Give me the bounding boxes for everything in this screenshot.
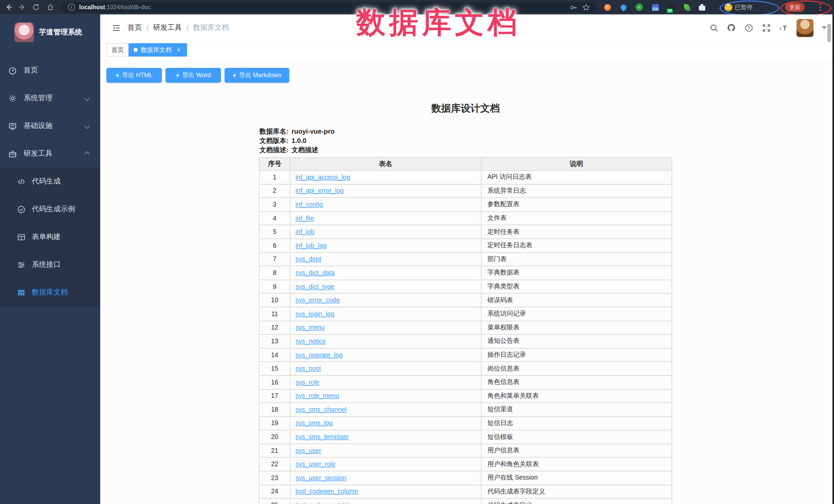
table-row: 21sys_user用户信息表 <box>259 444 672 458</box>
browser-back-icon[interactable] <box>4 3 13 12</box>
row-index: 6 <box>259 239 290 253</box>
table-name-link[interactable]: inf_job <box>295 228 314 236</box>
table-name-link[interactable]: sys_sms_template <box>295 433 349 440</box>
table-name-link[interactable]: inf_config <box>295 201 323 208</box>
site-info-icon[interactable]: i <box>68 4 75 11</box>
active-dot <box>134 48 138 52</box>
table-name-link[interactable]: sys_operate_log <box>295 351 343 358</box>
table-name-link[interactable]: inf_api_error_log <box>295 188 344 195</box>
table-name-link[interactable]: sys_login_log <box>295 310 334 317</box>
user-avatar[interactable] <box>796 19 813 37</box>
font-size-icon[interactable]: tT <box>779 23 788 32</box>
gear-icon <box>8 94 17 103</box>
sidebar-fold-icon[interactable] <box>112 24 121 32</box>
sidebar-item-home[interactable]: 首页 <box>0 57 100 84</box>
breadcrumb-home[interactable]: 首页 <box>128 23 142 32</box>
export-markdown-button[interactable]: + 导出 Markdown <box>224 68 289 83</box>
table-name-link[interactable]: tool_codegen_column <box>295 488 358 495</box>
chevron-down-icon <box>85 95 90 101</box>
svg-text:T: T <box>783 24 787 31</box>
table-name-link[interactable]: sys_user <box>295 447 321 454</box>
address-bar[interactable]: i localhost:1024/tool/db-doc <box>61 2 597 12</box>
breadcrumb-devtools[interactable]: 研发工具 <box>153 23 182 32</box>
github-icon[interactable] <box>727 23 736 32</box>
table-row: 25tool_codegen_table代码生成表定义 <box>259 499 672 504</box>
row-description: 部门表 <box>481 253 672 266</box>
sidebar-item-form-builder[interactable]: 表单构建 <box>0 223 100 251</box>
tables-overview-table: 序号 表名 说明 1inf_api_access_logAPI 访问日志表2in… <box>259 157 672 504</box>
table-name-link[interactable]: sys_sms_channel <box>295 406 347 413</box>
table-row: 17sys_role_menu角色和菜单关联表 <box>259 389 672 403</box>
emoji-face-icon <box>725 3 732 11</box>
tag-db-doc[interactable]: 数据库文档 × <box>129 43 187 57</box>
table-name-link[interactable]: tool_codegen_table <box>295 502 351 504</box>
row-description: 代码生成表定义 <box>481 499 672 504</box>
table-name-link[interactable]: sys_sms_log <box>295 420 333 427</box>
password-key-icon[interactable] <box>569 3 577 11</box>
row-description: 用户和角色关联表 <box>481 458 672 471</box>
tag-home[interactable]: 首页 <box>106 43 129 57</box>
table-name-link[interactable]: inf_file <box>295 215 314 222</box>
scrollbar-thumb[interactable] <box>827 24 831 42</box>
table-icon <box>17 288 26 297</box>
fullscreen-icon[interactable] <box>762 23 771 32</box>
search-icon[interactable] <box>709 23 718 32</box>
table-row: 15sys_post岗位信息表 <box>259 362 672 375</box>
browser-forward-icon[interactable] <box>18 3 27 12</box>
tag-close-icon[interactable]: × <box>175 46 182 53</box>
row-index: 4 <box>259 212 290 225</box>
bookmark-star-icon[interactable] <box>582 3 590 11</box>
table-name-link[interactable]: sys_error_code <box>295 297 340 304</box>
badge-check-icon <box>17 205 26 214</box>
app-logo-row[interactable]: 芋道管理系统 <box>0 19 100 46</box>
sidebar-item-codegen-example[interactable]: 代码生成示例 <box>0 195 100 223</box>
browser-home-icon[interactable] <box>46 3 55 12</box>
table-name-link[interactable]: sys_notice <box>295 338 326 345</box>
meta-db-name: 数据库名:ruoyi-vue-pro <box>260 127 334 136</box>
export-word-button[interactable]: + 导出 Word <box>166 68 221 83</box>
col-header-name: 表名 <box>290 157 481 170</box>
table-name-link[interactable]: inf_api_access_log <box>295 174 350 181</box>
table-name-link[interactable]: sys_dept <box>295 256 321 263</box>
row-description: 短信渠道 <box>481 403 672 416</box>
browser-reload-icon[interactable] <box>31 3 41 12</box>
extension-orange-icon[interactable] <box>603 3 612 11</box>
table-name-link[interactable]: sys_dict_type <box>295 283 334 290</box>
browser-menu-kebab-icon[interactable] <box>819 2 821 12</box>
extension-pin-icon[interactable] <box>619 3 628 11</box>
extension-paused-chip[interactable]: 已暂停 <box>725 2 752 13</box>
table-name-link[interactable]: sys_role_menu <box>295 392 339 400</box>
extensions-puzzle-icon[interactable] <box>698 3 706 11</box>
sidebar-item-system-api[interactable]: 系统接口 <box>0 251 100 279</box>
main-content: + 导出 HTML + 导出 Word + 导出 Markdown 数据库设计文… <box>100 59 834 504</box>
table-name-link[interactable]: sys_dict_data <box>295 269 335 277</box>
table-name-link[interactable]: sys_post <box>295 365 321 372</box>
avatar-caret-icon[interactable] <box>822 26 827 29</box>
sidebar-item-infra[interactable]: 基础设施 <box>0 112 100 140</box>
row-description: 参数配置表 <box>481 198 672 211</box>
help-icon[interactable]: ? <box>744 23 753 32</box>
row-index: 10 <box>259 293 290 307</box>
row-description: 菜单权限表 <box>481 321 672 334</box>
table-name-link[interactable]: inf_job_log <box>295 242 327 249</box>
sidebar-item-codegen[interactable]: 代码生成 <box>0 168 100 195</box>
extension-leaf-icon[interactable] <box>683 3 691 11</box>
extension-check-icon[interactable]: ✓ <box>635 3 643 11</box>
table-name-link[interactable]: sys_menu <box>295 324 325 331</box>
sidebar-submenu-devtools: 代码生成 代码生成示例 表单构建 <box>0 168 100 306</box>
extension-grid-icon[interactable] <box>651 3 659 11</box>
table-row: 8sys_dict_data字典数据表 <box>259 266 672 280</box>
row-index: 8 <box>259 266 290 280</box>
table-name-link[interactable]: sys_role <box>295 378 320 386</box>
export-html-button[interactable]: + 导出 HTML <box>106 68 162 83</box>
table-name-link[interactable]: sys_user_role <box>295 461 335 468</box>
sidebar-item-devtools[interactable]: 研发工具 <box>0 140 100 168</box>
row-index: 14 <box>259 348 290 361</box>
row-description: 角色信息表 <box>481 375 672 389</box>
sidebar-item-system[interactable]: 系统管理 <box>0 84 100 112</box>
table-name-link[interactable]: sys_user_session <box>295 475 347 482</box>
browser-update-button[interactable]: 更新 <box>785 3 805 12</box>
row-index: 9 <box>259 280 290 293</box>
sidebar-item-db-doc[interactable]: 数据库文档 <box>0 279 100 306</box>
extension-on-badge-icon[interactable]: on <box>667 3 675 11</box>
